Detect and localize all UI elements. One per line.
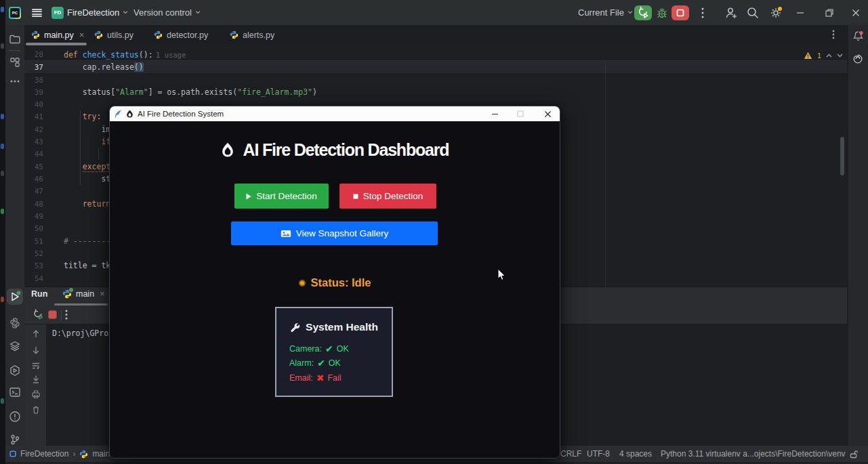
close-icon[interactable]: × bbox=[100, 289, 105, 299]
next-problem-icon[interactable] bbox=[837, 54, 843, 58]
services-toolwindow-button[interactable] bbox=[9, 340, 21, 355]
readonly-toggle[interactable] bbox=[849, 446, 858, 462]
print-button[interactable] bbox=[31, 389, 41, 399]
window-restore-button[interactable] bbox=[822, 5, 837, 20]
kebab-menu-icon bbox=[832, 30, 835, 39]
search-icon bbox=[746, 6, 760, 20]
terminal-toolwindow-button[interactable] bbox=[9, 386, 21, 401]
status-dot bbox=[299, 280, 306, 287]
folder-icon bbox=[9, 33, 21, 45]
python-packages-toolwindow-button[interactable] bbox=[9, 317, 21, 332]
code-line-38[interactable]: 38 bbox=[24, 73, 847, 85]
window-minimize-button[interactable] bbox=[793, 5, 808, 20]
window-close-button[interactable] bbox=[848, 5, 863, 20]
health-label: Alarm: bbox=[289, 358, 314, 368]
vcs-widget[interactable]: Version control bbox=[133, 0, 201, 25]
rerun-button[interactable] bbox=[32, 308, 44, 320]
ai-assistant-button[interactable] bbox=[852, 54, 863, 67]
close-icon bbox=[852, 9, 860, 17]
statusbar-crlf[interactable]: CRLF bbox=[560, 446, 581, 462]
start-button-label: Start Detection bbox=[256, 191, 316, 201]
stop-detection-button[interactable]: Stop Detection bbox=[339, 184, 436, 209]
run-configuration-selector[interactable]: Current File bbox=[578, 0, 633, 25]
app-maximize-button[interactable] bbox=[509, 106, 532, 121]
tab-main-py[interactable]: main.py× bbox=[31, 25, 84, 45]
cross-icon: ✖ bbox=[316, 373, 325, 383]
python-icon bbox=[79, 450, 88, 459]
fire-mono-icon bbox=[126, 110, 133, 118]
stop-icon bbox=[353, 194, 358, 199]
run-window-icon bbox=[7, 289, 23, 305]
stop-button[interactable] bbox=[671, 5, 689, 20]
run-anything-toolwindow-button[interactable] bbox=[9, 364, 21, 379]
breadcrumb[interactable]: FireDetection › main.p bbox=[9, 446, 117, 462]
statusbar-utf8[interactable]: UTF-8 bbox=[587, 446, 610, 462]
structure-toolwindow-button[interactable] bbox=[9, 56, 21, 71]
settings-button[interactable] bbox=[768, 5, 783, 20]
active-run-tab-underline bbox=[54, 303, 108, 305]
run-panel-title[interactable]: Run bbox=[31, 289, 47, 299]
scroll-to-end-button[interactable] bbox=[31, 375, 41, 384]
close-icon bbox=[544, 110, 552, 118]
notifications-button[interactable] bbox=[852, 30, 864, 45]
more-toolwindows-button[interactable] bbox=[9, 75, 20, 87]
ellipsis-icon bbox=[9, 78, 20, 85]
project-selector[interactable]: FireDetection bbox=[67, 0, 128, 25]
close-icon[interactable]: × bbox=[79, 30, 85, 40]
stop-process-button[interactable] bbox=[47, 310, 58, 320]
statusbar-python[interactable]: Python 3.11 virtualenv a...ojects\FireDe… bbox=[661, 446, 846, 462]
health-state: OK bbox=[337, 344, 349, 354]
project-toolwindow-button[interactable] bbox=[9, 33, 21, 48]
tab-options-button[interactable] bbox=[832, 30, 835, 42]
problems-toolwindow-button[interactable] bbox=[9, 410, 21, 425]
inspections-widget[interactable]: 1 bbox=[804, 50, 843, 60]
tab-label: detector.py bbox=[167, 30, 208, 40]
app-titlebar[interactable]: AI Fire Detection System bbox=[110, 106, 560, 121]
git-branch-icon bbox=[9, 434, 21, 446]
health-row-alarm: Alarm:✔OK bbox=[289, 358, 341, 368]
tab-alerts-py[interactable]: alerts.py bbox=[230, 25, 274, 45]
prev-problem-icon[interactable] bbox=[826, 54, 832, 58]
clear-console-button[interactable] bbox=[31, 405, 41, 415]
app-minimize-button[interactable] bbox=[483, 106, 506, 121]
code-text: im bbox=[64, 125, 110, 134]
project-badge[interactable]: FD bbox=[51, 7, 64, 19]
arrow-down-icon bbox=[31, 345, 41, 355]
code-text: cap.release() bbox=[64, 62, 144, 72]
console-up-button[interactable] bbox=[31, 329, 41, 339]
view-gallery-button[interactable]: View Snapshot Gallery bbox=[231, 222, 438, 245]
tab-utils-py[interactable]: utils.py bbox=[94, 25, 133, 45]
editor-scrollbar-thumb[interactable] bbox=[840, 137, 844, 175]
breadcrumb-project[interactable]: FireDetection bbox=[20, 446, 68, 462]
debug-button[interactable] bbox=[655, 5, 669, 20]
soft-wrap-button[interactable] bbox=[31, 361, 41, 371]
line-number: 49 bbox=[24, 211, 43, 220]
arrow-up-icon bbox=[31, 329, 41, 339]
statusbar-4[interactable]: 4 spaces bbox=[619, 446, 652, 462]
usage-hint[interactable]: 1 usage bbox=[156, 51, 186, 59]
search-everywhere-button[interactable] bbox=[745, 5, 760, 20]
ai-assistant-icon bbox=[852, 54, 863, 64]
console-down-button[interactable] bbox=[31, 345, 41, 355]
code-with-me-button[interactable] bbox=[724, 5, 739, 20]
indent-guide bbox=[80, 110, 81, 185]
sticky-line-code: def check_status(): bbox=[64, 50, 153, 60]
main-menu-icon[interactable] bbox=[32, 9, 42, 17]
more-actions-button[interactable] bbox=[695, 5, 710, 20]
code-line-37[interactable]: 37 cap.release() bbox=[24, 61, 847, 73]
code-line-39[interactable]: 39 status["Alarm"] = os.path.exists("fir… bbox=[24, 86, 847, 98]
tab-detector-py[interactable]: detector.py bbox=[154, 25, 208, 45]
code-text: if bbox=[64, 137, 110, 146]
run-button[interactable] bbox=[634, 5, 652, 20]
run-options-button[interactable] bbox=[65, 310, 68, 320]
run-toolwindow-button[interactable] bbox=[7, 289, 23, 305]
active-tab-underline bbox=[26, 43, 87, 45]
settings-badge-dot bbox=[778, 7, 782, 11]
app-close-button[interactable] bbox=[536, 106, 559, 121]
start-detection-button[interactable]: Start Detection bbox=[234, 184, 329, 209]
python-monochrome-icon bbox=[9, 317, 21, 329]
app-body: AI Fire Detection Dashboard Start Detect… bbox=[110, 121, 560, 459]
pycharm-logo-icon[interactable]: PC bbox=[9, 7, 21, 19]
line-number: 40 bbox=[24, 100, 43, 109]
run-tab-main[interactable]: main × bbox=[62, 289, 105, 299]
